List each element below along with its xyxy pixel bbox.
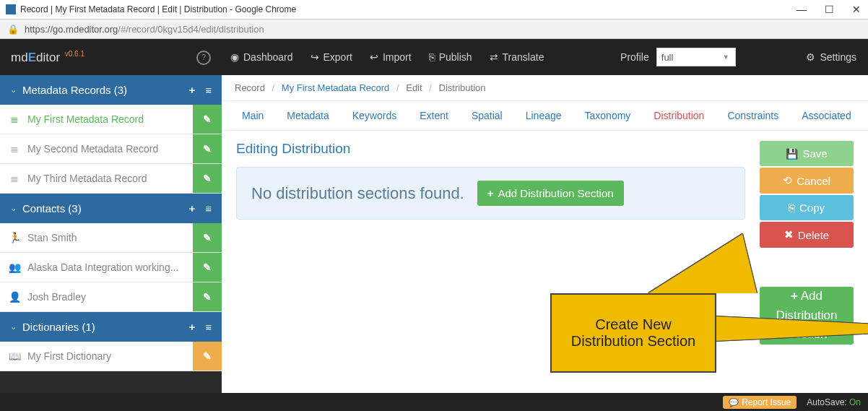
crumb-record: Record [235, 82, 265, 93]
sidebar-group-records[interactable]: ⌄ Metadata Records (3) [0, 75, 222, 105]
tab-taxonomy[interactable]: Taxonomy [585, 110, 631, 121]
database-icon: ≣ [9, 173, 20, 184]
brand-ditor: ditor [36, 50, 60, 64]
save-label: Save [802, 147, 827, 160]
database-icon: ≣ [9, 113, 20, 125]
record-tabs: Main Metadata Keywords Extent Spatial Li… [222, 101, 868, 131]
crumb-record-name[interactable]: My First Metadata Record [282, 82, 390, 93]
edit-record-button[interactable] [193, 164, 222, 193]
sidebar-group-dictionaries[interactable]: ⌄ Dictionaries (1) [0, 312, 222, 342]
sidebar-item-contact-3[interactable]: 👤Josh Bradley [0, 282, 222, 312]
empty-state-message: No distribution sections found. [251, 184, 464, 203]
nav-import-label: Import [383, 51, 412, 63]
window-maximize[interactable]: ☐ [823, 4, 835, 15]
add-distribution-inline-button[interactable]: Add Distribution Section [477, 181, 624, 206]
copy-icon [789, 202, 795, 214]
tab-associated[interactable]: Associated [802, 110, 851, 121]
book-icon: 📖 [9, 350, 20, 362]
callout-box: Create New Distribution Section [550, 293, 716, 373]
plus-icon [791, 289, 798, 303]
tab-spatial[interactable]: Spatial [472, 110, 503, 121]
tab-extent[interactable]: Extent [420, 110, 448, 121]
autosave-status: AutoSave: On [807, 397, 861, 407]
sidebar-item-dictionary-1[interactable]: 📖My First Dictionary [0, 342, 222, 371]
edit-contact-button[interactable] [193, 282, 222, 311]
help-icon[interactable] [196, 50, 211, 65]
copy-button[interactable]: Copy [760, 195, 854, 220]
callout-arrow-right [715, 316, 868, 341]
sidebar-item-contact-2[interactable]: 👥Alaska Data Integration working... [0, 253, 222, 282]
edit-dictionary-button[interactable] [193, 342, 222, 371]
window-title: Record | My First Metadata Record | Edit… [20, 4, 296, 14]
cancel-button[interactable]: Cancel [760, 168, 854, 194]
dashboard-icon [230, 51, 239, 63]
sidebar-contacts-label: Contacts (3) [22, 202, 82, 215]
edit-contact-button[interactable] [193, 253, 222, 282]
nav-export[interactable]: Export [302, 39, 361, 75]
nav-translate-label: Translate [503, 51, 544, 63]
delete-label: Delete [798, 229, 829, 241]
nav-import[interactable]: Import [361, 39, 420, 75]
sidebar-item-record-2[interactable]: ≣My Second Metadata Record [0, 134, 222, 164]
profile-select[interactable]: full [656, 48, 736, 66]
nav-dashboard[interactable]: Dashboard [222, 39, 302, 75]
add-contact-icon[interactable] [188, 202, 195, 215]
list-dictionaries-icon[interactable] [205, 321, 212, 333]
callout-arrow-up [648, 234, 757, 293]
translate-icon [490, 51, 498, 63]
add-record-icon[interactable] [188, 84, 195, 96]
cancel-label: Cancel [797, 175, 830, 187]
sidebar-item-label: My Second Metadata Record [27, 143, 158, 155]
pencil-icon [203, 232, 212, 243]
save-button[interactable]: Save [760, 141, 854, 166]
autosave-label: AutoSave: [807, 397, 846, 407]
list-contacts-icon[interactable] [205, 202, 212, 215]
sidebar-item-contact-1[interactable]: 🏃Stan Smith [0, 223, 222, 253]
comment-icon [729, 397, 739, 407]
nav-publish-label: Publish [439, 51, 472, 63]
sidebar-item-label: Alaska Data Integration working... [27, 261, 178, 273]
brand-e-icon: E [28, 50, 36, 64]
callout-annotation: Create New Distribution Section [550, 293, 716, 373]
window-minimize[interactable]: — [796, 4, 807, 15]
save-icon [786, 147, 798, 160]
window-close[interactable]: ✕ [851, 4, 862, 15]
pencil-icon [203, 143, 212, 155]
nav-dashboard-label: Dashboard [243, 51, 293, 63]
pencil-icon [203, 291, 212, 303]
report-issue-button[interactable]: Report Issue [723, 396, 797, 409]
edit-contact-button[interactable] [193, 223, 222, 252]
sidebar-item-label: Josh Bradley [27, 291, 86, 303]
list-records-icon[interactable] [205, 84, 212, 96]
nav-publish[interactable]: Publish [420, 39, 481, 75]
callout-text: Create New Distribution Section [557, 316, 709, 350]
tab-constraints[interactable]: Constraints [727, 110, 778, 121]
database-icon: ≣ [9, 143, 20, 155]
nav-settings[interactable]: Settings [794, 51, 868, 63]
tab-distribution[interactable]: Distribution [654, 110, 704, 121]
add-dictionary-icon[interactable] [188, 321, 195, 333]
tab-lineage[interactable]: Lineage [526, 110, 562, 121]
pencil-icon [203, 173, 212, 184]
tab-main[interactable]: Main [242, 110, 264, 121]
sidebar-item-label: My First Metadata Record [27, 113, 144, 125]
window-titlebar: Record | My First Metadata Record | Edit… [0, 0, 868, 20]
sidebar-group-contacts[interactable]: ⌄ Contacts (3) [0, 194, 222, 223]
edit-record-button[interactable] [193, 134, 222, 163]
nav-translate[interactable]: Translate [481, 39, 553, 75]
empty-state-panel: No distribution sections found. Add Dist… [236, 167, 745, 220]
sidebar-item-record-3[interactable]: ≣My Third Metadata Record [0, 164, 222, 194]
copy-label: Copy [799, 202, 825, 214]
report-issue-label: Report Issue [742, 397, 791, 407]
sidebar-item-label: Stan Smith [27, 232, 77, 243]
url[interactable]: https://go.mdeditor.org/#/record/0kgv15d… [25, 24, 264, 35]
sidebar-item-record-1[interactable]: ≣My First Metadata Record [0, 105, 222, 134]
tab-metadata[interactable]: Metadata [287, 110, 329, 121]
nav-export-label: Export [324, 51, 352, 63]
pencil-icon [203, 261, 212, 273]
tab-keywords[interactable]: Keywords [352, 110, 396, 121]
sidebar-item-label: My Third Metadata Record [27, 173, 147, 184]
delete-button[interactable]: Delete [760, 222, 854, 248]
edit-record-button[interactable] [193, 105, 222, 134]
brand: mdEditor v0.6.1 [0, 39, 222, 75]
